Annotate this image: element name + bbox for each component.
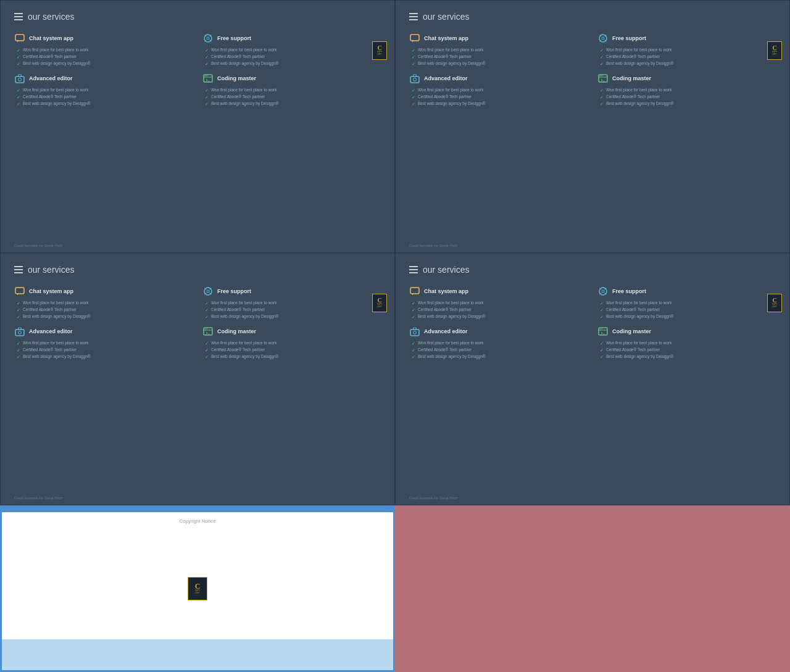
empty-bottom-right (395, 505, 790, 672)
code-icon-3 (202, 326, 214, 337)
service-coding-4: Coding master ✓Won first place for best … (597, 326, 776, 361)
feature-text: Certified Abode® Tech partner (211, 54, 265, 59)
service-editor-4: Advanced editor ✓Won first place for bes… (409, 326, 588, 361)
service-coding: Coding master ✓Won first place for best … (202, 73, 381, 108)
feature-text: Best web design agency by Desiggn® (211, 101, 279, 106)
service-editor: Advanced editor ✓Won first place for bes… (14, 73, 193, 108)
services-grid-2: Chat system app ✓Won first place for bes… (409, 33, 776, 108)
top-bar (2, 507, 393, 512)
check-icon: ✓ (205, 48, 209, 53)
support-icon-4 (597, 286, 609, 297)
svg-rect-21 (410, 77, 419, 83)
sn-3-chat: Chat system app (29, 288, 73, 294)
svg-point-40 (206, 328, 207, 330)
copyright-logo-badge: C COPYLEFT (188, 577, 207, 600)
service-editor-2: Advanced editor ✓Won first place for bes… (409, 73, 588, 108)
feature-text: Best web design agency by Desiggn® (211, 61, 279, 66)
support-icon-3 (202, 286, 214, 297)
svg-rect-49 (410, 330, 419, 336)
service-chat-3: Chat system app ✓Won first place for bes… (14, 286, 193, 321)
feature-text: Certified Abode® Tech partner (23, 94, 77, 99)
svg-point-54 (601, 328, 602, 330)
service-name-editor-2: Advanced editor (424, 75, 468, 81)
slide-title: our services (28, 12, 74, 22)
svg-rect-14 (410, 35, 419, 41)
service-support: Free support ✓Won first place for best p… (202, 33, 381, 68)
feature-text: Best web design agency by Desiggn® (23, 101, 91, 106)
feature-text: Won first place for best place to work (23, 48, 88, 52)
service-name-support-2: Free support (612, 35, 646, 41)
check-icon: ✓ (205, 102, 209, 107)
svg-point-44 (602, 290, 604, 292)
check-icon: ✓ (17, 55, 20, 60)
service-editor-3: Advanced editor ✓Won first place for bes… (14, 326, 193, 361)
feature-text: Certified Abode® Tech partner (211, 94, 265, 99)
slide-3: our services Chat system app ✓Won first … (0, 253, 395, 506)
camera-icon-2 (409, 73, 420, 84)
slide-header: our services (14, 12, 381, 22)
camera-icon-3 (14, 326, 25, 337)
logo-badge: C COPYLEFT (372, 41, 387, 60)
logo-badge-4: C COPYLEFT (767, 294, 782, 312)
svg-rect-7 (15, 77, 24, 83)
support-icon (202, 33, 214, 44)
chat-icon-4 (409, 286, 420, 297)
svg-point-16 (602, 37, 604, 39)
service-features-coding: ✓Won first place for best place to work … (205, 88, 381, 107)
check-icon: ✓ (205, 88, 209, 93)
svg-point-50 (414, 331, 417, 334)
check-icon: ✓ (205, 62, 209, 67)
service-features-editor: ✓Won first place for best place to work … (17, 88, 193, 107)
bottom-bar (2, 639, 393, 670)
service-chat-2: Chat system app ✓Won first place for bes… (409, 33, 588, 68)
hamburger-icon-2 (409, 13, 418, 20)
check-icon: ✓ (17, 102, 20, 107)
svg-point-26 (601, 75, 602, 77)
hamburger-icon-4 (409, 266, 418, 273)
feature-text: Certified Abode® Tech partner (23, 54, 77, 59)
hamburger-icon (14, 13, 23, 20)
camera-icon (14, 73, 25, 84)
copyright-panel: Copyright Notice C COPYLEFT (0, 505, 395, 672)
slide-title-4: our services (423, 265, 469, 275)
logo-text: COPYLEFT (377, 51, 383, 56)
svg-rect-42 (410, 288, 419, 294)
slide-title-3: our services (28, 265, 74, 275)
svg-rect-35 (15, 330, 24, 336)
hamburger-icon-3 (14, 266, 23, 273)
service-support-2: Free support ✓Won first place for best p… (597, 33, 776, 68)
sn-4-coding: Coding master (612, 328, 651, 334)
service-name-editor: Advanced editor (29, 75, 73, 81)
services-grid-4: Chat system app ✓Won first place for bes… (409, 286, 776, 361)
svg-point-11 (205, 75, 206, 77)
service-chat: Chat system app ✓Won first place for bes… (14, 33, 193, 68)
check-icon: ✓ (205, 55, 209, 60)
copyright-logo-sub: COPYLEFT (195, 590, 201, 595)
svg-point-39 (205, 328, 206, 330)
sn-3-editor: Advanced editor (29, 328, 73, 334)
feature-text: Won first place for best place to work (211, 88, 276, 93)
code-icon-2 (597, 73, 609, 84)
service-name-chat: Chat system app (29, 35, 73, 41)
slide-footer-4: Good Keynote for Great Pitch (409, 496, 458, 500)
svg-point-25 (600, 75, 601, 77)
slide-footer-3: Good Keynote for Great Pitch (14, 496, 63, 500)
service-features-chat: ✓Won first place for best place to work … (17, 48, 193, 67)
feature-text: Won first place for best place to work (211, 48, 276, 52)
service-features-support: ✓Won first place for best place to work … (205, 48, 381, 67)
slide-footer-2: Good Keynote for Great Pitch (409, 244, 458, 247)
sn-4-editor: Advanced editor (424, 328, 468, 334)
slide-1: our services Chat system app ✓Won first … (0, 0, 395, 253)
chat-icon (14, 33, 25, 44)
svg-point-12 (206, 75, 207, 77)
slide-4: our services Chat system app ✓Won first … (395, 253, 790, 506)
svg-point-2 (207, 37, 209, 39)
check-icon: ✓ (17, 48, 20, 53)
sn-3-coding: Coding master (217, 328, 256, 334)
slide-footer: Good Keynote for Great Pitch (14, 244, 63, 247)
camera-icon-4 (409, 326, 420, 337)
chat-icon-3 (14, 286, 25, 297)
code-icon-4 (597, 326, 609, 337)
service-chat-4: Chat system app ✓Won first place for bes… (409, 286, 588, 321)
service-support-4: Free support ✓Won first place for best p… (597, 286, 776, 321)
